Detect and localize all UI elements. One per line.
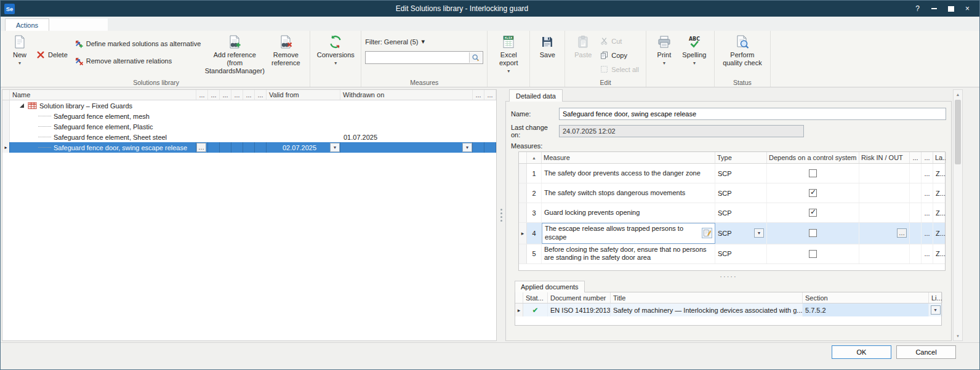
measure-row[interactable]: 1 The safety door prevents access to the… [519, 164, 945, 183]
column-header-section[interactable]: Section [803, 292, 929, 303]
scrollbar-thumb[interactable] [955, 100, 961, 164]
group-save: Save [530, 31, 565, 87]
expand-collapse-icon[interactable] [20, 103, 24, 108]
column-header-more[interactable]: ... [243, 90, 255, 100]
valid-from-dropdown[interactable]: ▾ [330, 143, 340, 152]
print-button[interactable]: Print ▾ [650, 32, 678, 66]
tree-item-plastic[interactable]: Safeguard fence element, Plastic [2, 121, 496, 132]
name-field[interactable] [559, 108, 946, 120]
column-header-more[interactable]: ... [231, 90, 243, 100]
column-header-type[interactable]: Type [715, 152, 767, 163]
column-header-more[interactable]: ... [484, 90, 496, 100]
section-dropdown[interactable]: ▾ [931, 305, 941, 315]
depends-checkbox[interactable] [809, 229, 817, 237]
ellipsis-button[interactable]: … [897, 228, 907, 238]
paste-button[interactable]: Paste [569, 32, 597, 59]
chevron-down-icon: ▾ [663, 61, 665, 66]
column-header-more[interactable]: ... [922, 152, 933, 163]
measures-column-headers: ▲ Measure Type Depends on a control syst… [519, 152, 945, 164]
depends-checkbox[interactable] [809, 250, 817, 258]
remove-reference-button[interactable]: Remove reference [265, 32, 306, 67]
cut-button[interactable]: Cut [597, 36, 642, 46]
define-alternative-icon [74, 39, 83, 48]
save-button[interactable]: Save [534, 32, 561, 59]
sort-ascending-icon[interactable]: ▲ [527, 152, 542, 163]
tree-root-row[interactable]: Solution library – Fixed Guards [2, 100, 496, 111]
remove-alternative-button[interactable]: Remove alternative relations [71, 55, 204, 66]
column-header-more[interactable]: ... [220, 90, 231, 100]
depends-checkbox[interactable] [809, 169, 817, 177]
column-header-status[interactable]: Stat... [523, 292, 548, 303]
tab-detailed-data[interactable]: Detailed data [509, 89, 563, 102]
column-header-title[interactable]: Title [611, 292, 803, 303]
measure-row-selected[interactable]: ▸ 4 The escape release allows trapped pe… [519, 223, 945, 244]
delete-button[interactable]: Delete [33, 49, 71, 60]
column-header-depends[interactable]: Depends on a control system [767, 152, 859, 163]
spelling-icon: ABC [687, 34, 702, 49]
depends-checkbox[interactable] [809, 189, 817, 197]
tree-item-mesh[interactable]: Safeguard fence element, mesh [2, 111, 496, 121]
edit-measure-icon[interactable] [702, 228, 712, 238]
row-selector-cell: ▸ [515, 304, 523, 316]
tab-applied-documents[interactable]: Applied documents [515, 281, 585, 292]
maximize-button[interactable] [942, 2, 959, 15]
column-header-risk[interactable]: Risk IN / OUT [859, 152, 910, 163]
column-header-valid-from[interactable]: Valid from [267, 90, 340, 100]
spelling-button[interactable]: ABC Spelling ▾ [678, 32, 710, 66]
search-icon[interactable] [469, 52, 482, 63]
quality-check-button[interactable]: Perform quality check [718, 32, 766, 67]
column-header-last[interactable]: La... [933, 152, 946, 163]
column-header-withdrawn-on[interactable]: Withdrawn on [340, 90, 473, 100]
last-cell: Z... [933, 244, 946, 264]
remove-alternative-label: Remove alternative relations [86, 57, 172, 65]
panel-splitter[interactable] [497, 88, 505, 342]
print-label: Print [657, 51, 672, 59]
depends-checkbox[interactable] [809, 209, 817, 217]
cancel-button[interactable]: Cancel [896, 345, 956, 359]
document-row[interactable]: ▸ ✔ EN ISO 14119:2013 Safety of machiner… [515, 304, 941, 316]
horizontal-splitter[interactable]: ····· [511, 273, 946, 280]
new-button[interactable]: New ▾ [6, 32, 33, 66]
measure-type-combo[interactable]: SCP ▾ [715, 223, 767, 244]
document-section-cell[interactable]: 5.7.5.2 [803, 304, 929, 316]
define-alternative-button[interactable]: Define marked solutions as alternative [71, 38, 204, 49]
measures-filter-dropdown[interactable]: Filter: General (5) ▾ [365, 38, 425, 46]
group-solutions-library: New ▾ Delete Define marked solutions as … [2, 31, 310, 87]
column-header-link[interactable]: Li... [929, 292, 942, 303]
measure-row[interactable]: 3 Guard locking prevents opening SCP ...… [519, 203, 945, 223]
help-button[interactable]: ? [909, 2, 926, 15]
measure-text-editing[interactable]: The escape release allows trapped person… [542, 223, 715, 244]
measure-row[interactable]: 2 The safety switch stops dangerous move… [519, 183, 945, 203]
column-header-more[interactable]: ... [196, 90, 208, 100]
group-measures: Filter: General (5) ▾ Measures [361, 31, 488, 87]
tree-connector [38, 116, 51, 116]
select-all-button[interactable]: Select all [597, 64, 642, 74]
ok-button[interactable]: OK [832, 345, 891, 359]
close-button[interactable]: × [959, 2, 976, 15]
ellipsis-button[interactable]: … [196, 143, 206, 152]
column-header-more[interactable]: ... [910, 152, 922, 163]
column-header-name[interactable]: Name [10, 90, 196, 100]
column-header-more[interactable]: ... [473, 90, 484, 100]
tab-actions[interactable]: Actions [5, 18, 49, 31]
scroll-up-icon[interactable]: ▲ [954, 90, 962, 99]
measure-number: 4 [527, 223, 542, 244]
add-reference-button[interactable]: Add reference (from StandardsManager) [204, 32, 265, 76]
measures-search-input[interactable] [366, 52, 469, 63]
column-header-document-number[interactable]: Document number [548, 292, 611, 303]
column-header-more[interactable]: ... [255, 90, 267, 100]
column-header-measure[interactable]: Measure [542, 152, 715, 163]
withdrawn-on-dropdown[interactable]: ▾ [462, 143, 472, 152]
tree-item-sheet-steel[interactable]: Safeguard fence element, Sheet steel 01.… [2, 132, 496, 142]
conversions-button[interactable]: Conversions ▾ [314, 32, 357, 66]
excel-export-button[interactable]: XLSX Excel export ▾ [491, 32, 526, 74]
measure-row[interactable]: 5 Before closing the safety door, ensure… [519, 244, 945, 265]
tree-item-swing-escape-release[interactable]: ▸ Safeguard fence door, swing escape rel… [2, 142, 496, 153]
tree-item-label: Safeguard fence element, mesh [54, 113, 150, 120]
copy-button[interactable]: Copy [597, 50, 642, 60]
scroll-down-icon[interactable]: ▾ [954, 331, 962, 340]
minimize-button[interactable] [926, 2, 942, 15]
column-header-more[interactable]: ... [208, 90, 220, 100]
vertical-scrollbar[interactable]: ▲ ▾ [953, 89, 963, 341]
type-dropdown[interactable]: ▾ [754, 228, 764, 238]
